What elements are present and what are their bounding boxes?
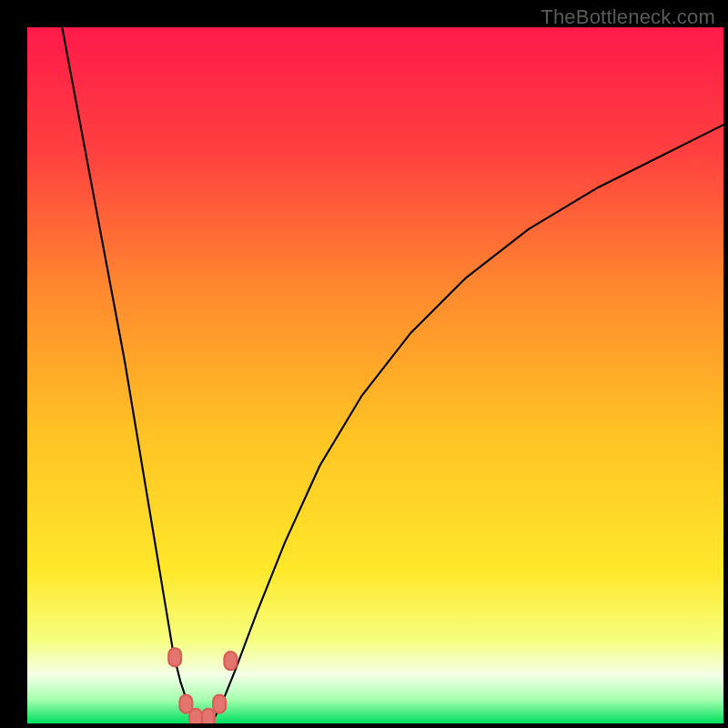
bottleneck-curve: [62, 27, 723, 723]
curve-marker: [168, 648, 181, 666]
watermark-text: TheBottleneck.com: [541, 5, 715, 29]
curve-marker: [202, 709, 215, 723]
plot-area: [27, 27, 723, 723]
curve-layer: [27, 27, 723, 723]
markers-group: [168, 648, 237, 723]
curve-marker: [189, 709, 202, 723]
chart-frame: TheBottleneck.com: [0, 0, 728, 728]
curve-marker: [224, 652, 237, 670]
curve-marker: [213, 695, 226, 713]
